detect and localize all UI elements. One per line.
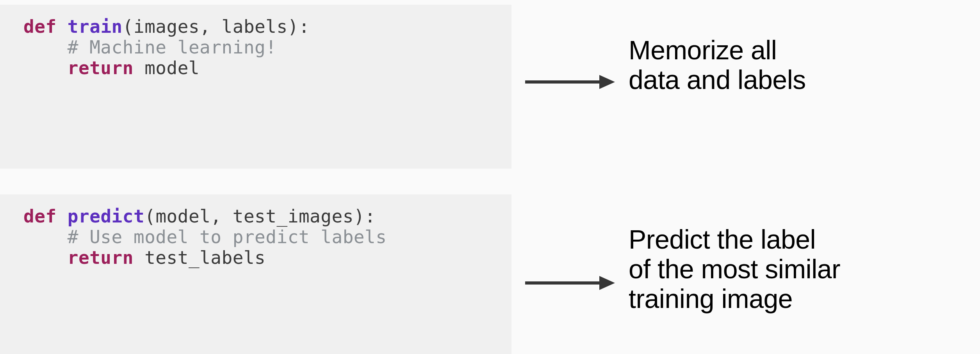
code-block-train: def train(images, labels): # Machine lea… (0, 5, 511, 169)
slide-stage: def train(images, labels): # Machine lea… (0, 0, 980, 354)
code-predict: def predict(model, test_images): # Use m… (23, 206, 496, 268)
description-predict: Predict the label of the most similar tr… (629, 224, 840, 313)
indent (23, 226, 68, 247)
comment-predict: # Use model to predict labels (68, 226, 387, 247)
function-name-train: train (68, 16, 123, 37)
svg-marker-3 (599, 276, 615, 290)
comment-train: # Machine learning! (68, 37, 277, 58)
indent (23, 37, 68, 58)
return-val-predict: test_labels (144, 247, 265, 268)
function-name-predict: predict (68, 206, 144, 227)
arrow-icon (523, 271, 617, 295)
return-val-train: model (144, 57, 200, 78)
code-block-predict: def predict(model, test_images): # Use m… (0, 194, 511, 354)
space (134, 57, 144, 78)
keyword-return: return (68, 57, 134, 78)
params-predict: model, test_images (155, 206, 354, 227)
params-train: images, labels (134, 16, 288, 37)
keyword-def: def (23, 206, 57, 227)
paren-open: ( (123, 16, 134, 37)
arrow-icon (523, 70, 617, 94)
paren-open: ( (144, 206, 155, 227)
space (134, 247, 144, 268)
paren-close: ): (354, 206, 376, 227)
code-train: def train(images, labels): # Machine lea… (23, 16, 496, 78)
keyword-return: return (68, 247, 134, 268)
indent (23, 247, 68, 268)
keyword-def: def (23, 16, 57, 37)
svg-marker-1 (599, 75, 615, 89)
description-train: Memorize all data and labels (629, 35, 806, 94)
paren-close: ): (288, 16, 310, 37)
indent (23, 57, 68, 78)
